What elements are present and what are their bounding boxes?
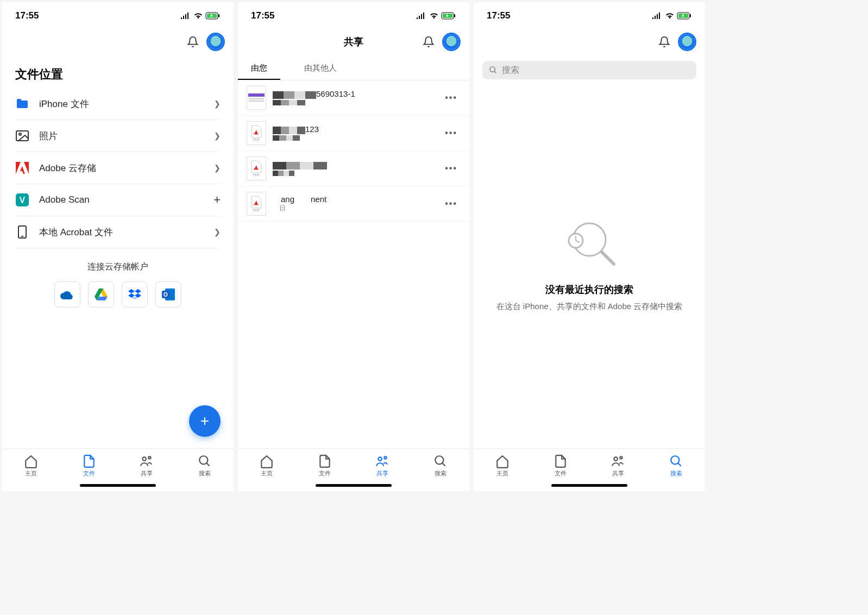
svg-point-19	[385, 456, 387, 459]
page-title: 文件位置	[2, 58, 234, 88]
search-input[interactable]	[502, 65, 690, 75]
home-indicator[interactable]	[80, 484, 156, 487]
empty-state: 没有最近执行的搜索 在这台 iPhone、共享的文件和 Adobe 云存储中搜索	[474, 83, 705, 448]
share-tabs: 由您 由其他人	[238, 58, 469, 80]
folder-icon	[15, 97, 29, 111]
doc-item[interactable]: PDF 123 •••	[238, 116, 469, 151]
bell-icon[interactable]	[423, 36, 435, 48]
tab-bar: 主页 文件 共享 搜索	[474, 448, 705, 481]
onedrive-button[interactable]	[54, 281, 80, 308]
battery-icon	[205, 12, 221, 20]
home-indicator[interactable]	[316, 484, 392, 487]
share-tab-you[interactable]: 由您	[238, 58, 280, 80]
file-label: iPhone 文件	[39, 98, 214, 110]
bell-icon[interactable]	[187, 36, 199, 48]
svg-point-13	[199, 456, 207, 464]
header-title: 共享	[344, 35, 363, 48]
share-tab-others[interactable]: 由其他人	[291, 58, 350, 80]
file-item-photos[interactable]: 照片 ❯	[15, 120, 221, 152]
doc-info: 5690313-1	[273, 89, 442, 106]
svg-line-35	[678, 463, 681, 466]
more-icon[interactable]: •••	[442, 128, 461, 138]
doc-info	[273, 160, 442, 177]
chevron-icon: ❯	[214, 228, 221, 236]
status-time: 17:55	[251, 10, 274, 21]
empty-subtitle: 在这台 iPhone、共享的文件和 Adobe 云存储中搜索	[496, 300, 683, 313]
gdrive-button[interactable]	[88, 281, 114, 308]
pdf-thumb: PDF	[247, 156, 266, 180]
more-icon[interactable]: •••	[442, 93, 461, 103]
file-item-adobe-cloud[interactable]: Adobe 云存储 ❯	[15, 152, 221, 184]
search-icon	[489, 66, 498, 74]
tab-share[interactable]: 共享	[589, 452, 647, 480]
signal-icon	[416, 12, 427, 20]
header	[2, 26, 234, 58]
tab-files[interactable]: 文件	[532, 452, 590, 480]
plus-icon: +	[213, 193, 221, 207]
tab-home[interactable]: 主页	[238, 452, 296, 480]
svg-line-28	[602, 252, 614, 264]
dropbox-button[interactable]	[122, 281, 148, 308]
scan-icon	[15, 193, 29, 207]
more-icon[interactable]: •••	[442, 164, 461, 173]
file-item-iphone[interactable]: iPhone 文件 ❯	[15, 88, 221, 120]
tab-share[interactable]: 共享	[118, 452, 176, 480]
doc-list: 5690313-1 ••• PDF 123 ••• PDF ••• PDF xx…	[238, 80, 469, 222]
svg-rect-3	[16, 131, 28, 141]
svg-point-34	[671, 456, 679, 464]
status-bar: 17:55	[2, 2, 234, 26]
tab-home[interactable]: 主页	[474, 452, 532, 480]
doc-item[interactable]: PDF xxangxxxxnentxx日 •••	[238, 186, 469, 222]
pdf-thumb: PDF	[247, 121, 266, 145]
svg-rect-2	[218, 14, 219, 17]
svg-rect-17	[454, 14, 455, 17]
tab-search[interactable]: 搜索	[647, 452, 706, 480]
tab-share[interactable]: 共享	[354, 452, 412, 480]
tab-home[interactable]: 主页	[2, 452, 60, 480]
home-indicator[interactable]	[551, 484, 627, 487]
redacted	[273, 100, 305, 105]
chevron-icon: ❯	[214, 99, 221, 108]
avatar[interactable]	[678, 33, 696, 51]
more-icon[interactable]: •••	[442, 199, 461, 209]
svg-point-11	[143, 457, 147, 461]
tab-files[interactable]: 文件	[296, 452, 354, 480]
photo-icon	[15, 129, 29, 143]
onenote-button[interactable]: O	[155, 281, 181, 308]
svg-rect-5	[16, 193, 29, 206]
svg-line-14	[206, 463, 209, 466]
status-time: 17:55	[487, 10, 510, 21]
doc-item[interactable]: 5690313-1 •••	[238, 80, 469, 116]
redacted	[273, 171, 294, 176]
file-label: 本地 Acrobat 文件	[39, 226, 214, 239]
connect-cloud-title: 连接云存储帐户	[2, 261, 234, 273]
doc-item[interactable]: PDF •••	[238, 151, 469, 186]
svg-rect-24	[690, 14, 691, 17]
status-time: 17:55	[15, 10, 39, 21]
header: 共享	[238, 26, 469, 58]
pdf-thumb: PDF	[247, 192, 266, 216]
svg-point-4	[19, 133, 21, 135]
chevron-icon: ❯	[214, 131, 221, 140]
file-list: iPhone 文件 ❯ 照片 ❯ Adobe 云存储 ❯ Adobe Scan …	[2, 88, 234, 248]
file-item-local-acrobat[interactable]: 本地 Acrobat 文件 ❯	[15, 216, 221, 248]
bell-icon[interactable]	[658, 36, 670, 48]
file-item-adobe-scan[interactable]: Adobe Scan +	[15, 184, 221, 216]
header	[474, 26, 705, 58]
wifi-icon	[665, 12, 675, 20]
search-box[interactable]	[482, 61, 696, 79]
fab-add-button[interactable]: +	[189, 405, 221, 437]
signal-icon	[652, 12, 663, 20]
file-label: 照片	[39, 130, 214, 142]
chevron-icon: ❯	[214, 164, 221, 172]
tab-files[interactable]: 文件	[60, 452, 118, 480]
doc-thumb	[247, 86, 266, 110]
redacted	[273, 162, 327, 170]
avatar[interactable]	[442, 33, 461, 51]
tab-search[interactable]: 搜索	[176, 452, 234, 480]
svg-point-33	[620, 456, 622, 459]
tab-search[interactable]: 搜索	[412, 452, 470, 480]
status-icons	[652, 12, 692, 20]
wifi-icon	[429, 12, 439, 20]
avatar[interactable]	[206, 33, 225, 51]
